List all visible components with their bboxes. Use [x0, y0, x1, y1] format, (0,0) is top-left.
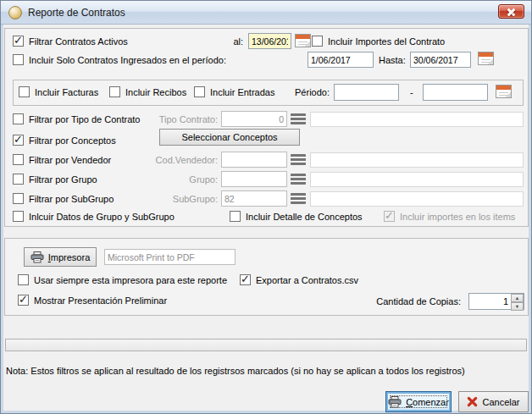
subgrupo-input[interactable]: [221, 190, 287, 207]
impresora-button[interactable]: Impresora: [24, 247, 97, 267]
printer-icon: [30, 251, 44, 263]
label-cod-vendedor: Cod.Vendedor:: [150, 155, 218, 166]
progress-bar: [5, 339, 527, 351]
list-lookup-icon[interactable]: [291, 113, 306, 124]
label-periodo: Périodo:: [287, 87, 330, 98]
close-button[interactable]: [498, 4, 524, 19]
label-grupo: Grupo:: [150, 174, 218, 185]
label-filtrar-grupo: Filtrar por Grupo: [29, 174, 97, 185]
checkbox-incluir-entradas[interactable]: [194, 86, 205, 97]
subgrupo-detail-field[interactable]: [310, 191, 524, 207]
label-incluir-importes-contrato: Incluir Importes del Contrato: [328, 36, 445, 47]
cod-vendedor-input[interactable]: [221, 152, 287, 168]
checkbox-incluir-detalle-conceptos[interactable]: [230, 211, 241, 222]
checkbox-filtrar-tipo-contrato[interactable]: [13, 113, 24, 124]
red-x-icon: [467, 396, 478, 407]
checkbox-mostrar-preliminar[interactable]: [18, 295, 29, 306]
label-incluir-detalle-conceptos: Incluir Detalle de Conceptos: [246, 212, 363, 223]
label-incluir-recibos: Incluir Recibos: [125, 87, 186, 98]
vendedor-detail-field[interactable]: [310, 152, 524, 168]
printer-name-field[interactable]: [104, 249, 236, 265]
al-date-input[interactable]: [248, 33, 291, 49]
checkbox-incluir-solo-ingresados[interactable]: [13, 54, 24, 65]
cancelar-button[interactable]: Cancelar: [458, 391, 529, 412]
label-filtrar-conceptos: Filtrar por Conceptos: [29, 135, 116, 146]
label-incluir-entradas: Incluir Entradas: [210, 87, 274, 98]
list-lookup-icon[interactable]: [291, 193, 306, 204]
calendar-icon[interactable]: [295, 34, 311, 47]
label-filtrar-subgrupo: Filtrar por SubGrupo: [29, 194, 114, 205]
label-al: al:: [219, 36, 243, 47]
label-exportar-csv: Exportar a Contratos.csv: [256, 275, 358, 286]
tipo-contrato-input[interactable]: [221, 111, 287, 127]
checkbox-incluir-importes-contrato[interactable]: [312, 36, 323, 47]
checkbox-filtrar-subgrupo[interactable]: [13, 193, 24, 204]
periodo-desde-input[interactable]: [308, 52, 374, 68]
checkbox-exportar-csv[interactable]: [240, 274, 251, 285]
checkbox-filtrar-grupo[interactable]: [13, 174, 24, 185]
label-tipo-contrato: Tipo Contrato:: [150, 114, 218, 125]
window-title: Reporte de Contratos: [28, 7, 125, 19]
checkbox-incluir-datos-grupo[interactable]: [13, 211, 24, 222]
label-dash: -: [410, 87, 413, 98]
app-icon: [8, 6, 22, 19]
checkbox-filtrar-vendedor[interactable]: [13, 154, 24, 165]
label-cantidad-copias: Cantidad de Copias:: [365, 296, 461, 307]
title-bar: Reporte de Contratos: [1, 1, 531, 25]
label-incluir-datos-grupo: Inlcuir Datos de Grupo y SubGrupo: [29, 212, 175, 223]
label-incluir-importes-items: Incluir importes en los items: [400, 212, 515, 223]
label-mostrar-preliminar: Mostrar Presentación Preliminar: [34, 295, 167, 306]
periodo-hasta-input[interactable]: [410, 52, 471, 68]
label-usar-siempre-impresora: Usar siempre esta impresora para este re…: [34, 275, 227, 286]
list-lookup-icon[interactable]: [291, 154, 306, 165]
stepper-down-icon[interactable]: ▼: [511, 302, 524, 311]
list-lookup-icon[interactable]: [291, 174, 306, 185]
label-filtrar-contratos-activos: Filtrar Contratos Activos: [29, 36, 128, 47]
checkbox-incluir-importes-items: [384, 211, 395, 222]
checkbox-usar-siempre-impresora[interactable]: [18, 274, 29, 285]
label-subgrupo: SubGrupo:: [150, 194, 218, 205]
docs-periodo-desde-input[interactable]: [334, 84, 399, 101]
checkbox-filtrar-contratos-activos[interactable]: [13, 36, 24, 47]
report-dialog: Reporte de Contratos Filtrar Contratos A…: [0, 0, 532, 414]
label-hasta: Hasta:: [379, 55, 406, 66]
checkbox-incluir-facturas[interactable]: [19, 86, 30, 97]
tipo-contrato-detail-field[interactable]: [310, 112, 524, 127]
printer-icon: [388, 396, 402, 408]
checkbox-filtrar-conceptos[interactable]: [13, 135, 24, 146]
calendar-icon[interactable]: [496, 85, 512, 98]
note-text: Nota: Estos filtros se aplican al result…: [6, 366, 465, 377]
label-incluir-facturas: Incluir Facturas: [35, 87, 98, 98]
grupo-input[interactable]: [221, 171, 287, 187]
docs-periodo-hasta-input[interactable]: [423, 84, 488, 101]
grupo-detail-field[interactable]: [310, 172, 524, 187]
label-incluir-solo-ingresados: Incluir Solo Contratos Ingresados en el …: [29, 55, 226, 66]
copies-stepper[interactable]: ▲ ▼: [468, 293, 524, 310]
seleccionar-conceptos-button[interactable]: Seleccionar Conceptos: [159, 129, 300, 146]
copies-input[interactable]: [469, 294, 511, 309]
checkbox-incluir-recibos[interactable]: [109, 86, 120, 97]
stepper-up-icon[interactable]: ▲: [511, 294, 524, 302]
comenzar-button[interactable]: Comenzar: [385, 391, 452, 412]
label-filtrar-tipo-contrato: Filtrar por Tipo de Contrato: [29, 114, 140, 125]
label-filtrar-vendedor: Filtrar por Vendedor: [29, 155, 111, 166]
calendar-icon[interactable]: [478, 52, 494, 65]
